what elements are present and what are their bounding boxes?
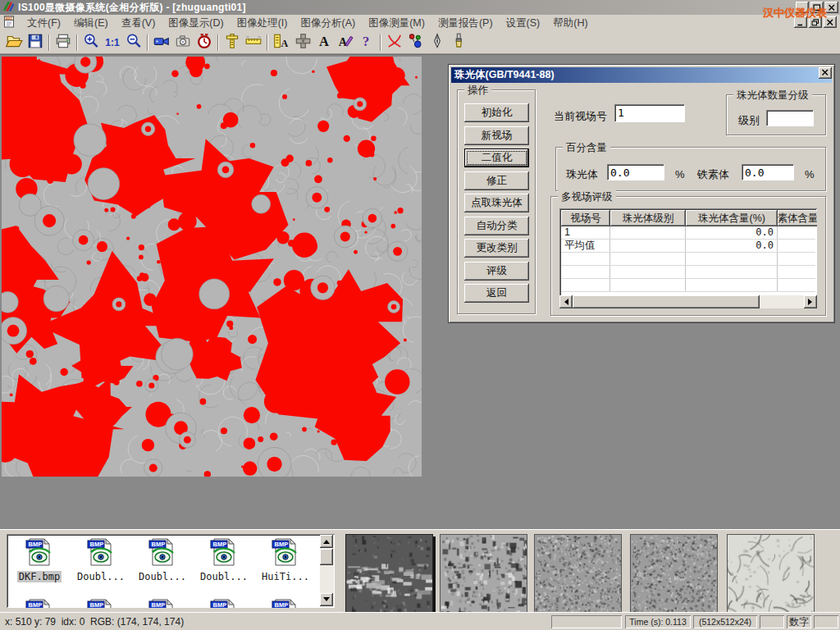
file-item-row2-0[interactable]: BMP — [10, 597, 69, 608]
file-item-row2-3[interactable]: BMP — [194, 597, 253, 608]
menu-item-5[interactable]: 图像分析(A) — [294, 15, 362, 32]
table-row-2[interactable] — [561, 253, 815, 266]
op-button-0[interactable]: 初始化 — [464, 103, 529, 122]
menu-item-0[interactable]: 文件(F) — [21, 15, 67, 32]
table-header-col-0[interactable]: 视场号 — [561, 210, 610, 226]
zoom-in-icon — [82, 32, 100, 52]
file-item-1[interactable]: BMPDoubl... — [71, 536, 130, 582]
multi-view-table[interactable]: 视场号珠光体级别珠光体含量(%)铁素体含量(%) 10.0平均值0.0 — [559, 208, 817, 308]
print-button[interactable] — [52, 33, 74, 52]
menu-item-4[interactable]: 图像处理(I) — [231, 15, 294, 32]
bmp-file-icon: BMP — [10, 536, 69, 570]
menu-item-3[interactable]: 图像显示(D) — [162, 15, 230, 32]
file-item-row2-1[interactable]: BMP — [71, 597, 130, 608]
op-button-5[interactable]: 自动分类 — [464, 217, 529, 235]
status-panel-empty-1 — [551, 615, 622, 628]
vertical-caliper-button[interactable] — [221, 33, 243, 52]
sample-thumbnail-0[interactable] — [345, 534, 433, 619]
child-window-icon[interactable]: DOC — [3, 16, 16, 30]
horizontal-ruler-button[interactable] — [243, 33, 264, 52]
bmp-file-icon: BMP — [194, 597, 253, 608]
timer-clock-button[interactable] — [194, 33, 215, 52]
table-header-col-3[interactable]: 铁素体含量(%) — [778, 210, 817, 226]
curve-tool-button[interactable] — [384, 33, 405, 52]
file-item-row2-2[interactable]: BMP — [133, 597, 192, 608]
marker-pins-button[interactable] — [405, 33, 427, 52]
table-horizontal-scrollbar[interactable] — [559, 295, 817, 308]
sample-thumbnail-1[interactable] — [440, 534, 527, 619]
pen-tool-button[interactable] — [427, 33, 448, 52]
video-camera-button[interactable] — [151, 33, 172, 52]
zoom-out-button[interactable] — [123, 33, 144, 52]
svg-text:BMP: BMP — [90, 601, 104, 608]
save-button[interactable] — [25, 33, 46, 52]
svg-text:DOC: DOC — [6, 17, 12, 21]
help-icon: ? — [358, 32, 376, 52]
scroll-left-arrow-icon[interactable] — [559, 295, 573, 308]
op-button-7[interactable]: 评级 — [464, 262, 529, 281]
table-cell — [610, 226, 686, 239]
open-file-button[interactable] — [3, 33, 25, 52]
op-button-6[interactable]: 更改类别 — [464, 239, 529, 258]
file-list[interactable]: BMPDKF.bmpBMPDoubl...BMPDoubl...BMPDoubl… — [7, 534, 335, 608]
pearlite-rating-dialog: 珠光体(GB/T9441-88) 操作 初始化新视场二值化修正点取珠光体自动分类… — [448, 64, 835, 323]
metallographic-image-binarized[interactable] — [2, 57, 422, 477]
file-list-vertical-scrollbar[interactable] — [320, 535, 334, 607]
file-item-0[interactable]: BMPDKF.bmp — [10, 536, 69, 582]
text-edit-icon: A — [336, 32, 354, 52]
table-header-col-2[interactable]: 珠光体含量(%) — [686, 210, 778, 226]
op-button-2[interactable]: 二值化 — [464, 148, 529, 167]
file-item-2[interactable]: BMPDoubl... — [133, 536, 192, 582]
sample-thumbnail-4[interactable] — [727, 534, 815, 619]
table-row-1[interactable]: 平均值0.0 — [561, 240, 815, 253]
file-item-row2-4[interactable]: BMP — [256, 597, 315, 608]
dialog-close-button[interactable] — [819, 67, 832, 79]
vendor-watermark-text: 汉中仪器仪表 — [763, 6, 827, 21]
scrollbar-thumb[interactable] — [320, 549, 333, 565]
pearlite-percent-label: 珠光体 — [566, 167, 598, 182]
menu-item-8[interactable]: 设置(S) — [500, 15, 547, 32]
menu-items: 文件(F)编辑(E)查看(V)图像显示(D)图像处理(I)图像分析(A)图像测量… — [21, 15, 595, 32]
actual-size-button[interactable]: 1:1 — [102, 33, 123, 52]
op-button-1[interactable]: 新视场 — [464, 126, 529, 145]
brush-tool-button[interactable] — [448, 33, 469, 52]
scroll-down-arrow-icon[interactable] — [320, 593, 333, 606]
scroll-up-arrow-icon[interactable] — [320, 535, 333, 548]
op-button-4[interactable]: 点取珠光体 — [464, 194, 529, 212]
file-item-3[interactable]: BMPDoubl... — [194, 536, 253, 582]
calibration-ruler-button[interactable]: A — [271, 33, 292, 52]
zoom-in-button[interactable] — [80, 33, 102, 52]
pen-tool-icon — [428, 32, 446, 52]
grid-cross-button[interactable] — [292, 33, 313, 52]
op-button-3[interactable]: 修正 — [464, 171, 529, 190]
menu-item-7[interactable]: 测量报告(P) — [431, 15, 500, 32]
sample-thumbnail-3[interactable] — [630, 534, 718, 619]
table-row-4[interactable] — [561, 279, 815, 292]
scrollbar-track[interactable] — [760, 295, 804, 308]
actual-size-icon: 1:1 — [105, 37, 119, 48]
close-button[interactable] — [825, 2, 838, 13]
dialog-title-bar[interactable]: 珠光体(GB/T9441-88) — [451, 67, 832, 83]
table-header-col-1[interactable]: 珠光体级别 — [610, 210, 686, 226]
text-a-button[interactable]: A — [313, 33, 335, 52]
table-row-3[interactable] — [561, 266, 815, 279]
menu-item-9[interactable]: 帮助(H) — [546, 15, 594, 32]
op-button-8[interactable]: 返回 — [464, 284, 529, 303]
grade-input[interactable] — [766, 110, 814, 126]
pearlite-percent-input[interactable]: 0.0 — [607, 164, 664, 180]
menu-item-2[interactable]: 查看(V) — [115, 15, 162, 32]
table-row-0[interactable]: 10.0 — [561, 226, 815, 240]
current-view-input[interactable]: 1 — [614, 104, 685, 122]
help-button[interactable]: ? — [356, 33, 377, 52]
text-edit-button[interactable]: A — [335, 33, 356, 52]
scrollbar-thumb[interactable] — [573, 295, 760, 308]
menu-item-6[interactable]: 图像测量(M) — [362, 15, 431, 32]
file-item-4[interactable]: BMPHuiTi... — [256, 536, 315, 582]
ferrite-percent-input[interactable]: 0.0 — [742, 164, 794, 180]
status-image-size-panel: (512x512x24) — [693, 615, 757, 628]
scroll-right-arrow-icon[interactable] — [804, 295, 817, 308]
snapshot-camera-button[interactable] — [172, 33, 194, 52]
app-logo-icon — [2, 0, 15, 15]
menu-item-1[interactable]: 编辑(E) — [67, 15, 115, 32]
sample-thumbnail-2[interactable] — [534, 534, 622, 619]
